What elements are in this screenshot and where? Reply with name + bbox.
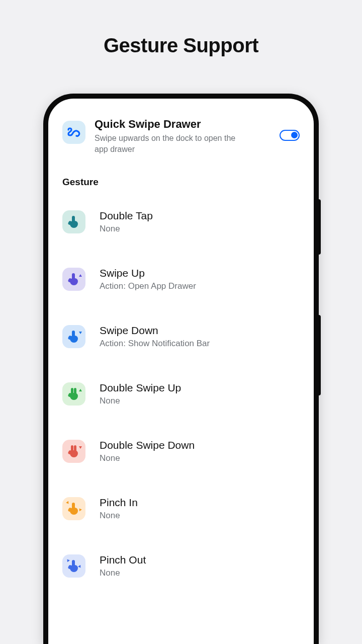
settings-screen: Quick Swipe Drawer Swipe upwards on the … xyxy=(48,99,314,578)
gesture-row-pinch-out[interactable]: Pinch Out None xyxy=(62,554,300,578)
gesture-title: Double Tap xyxy=(100,210,153,222)
pinch-out-icon xyxy=(62,554,85,578)
gesture-section-label: Gesture xyxy=(62,177,300,188)
phone-mockup: Quick Swipe Drawer Swipe upwards on the … xyxy=(43,94,319,644)
gesture-row-swipe-down[interactable]: Swipe Down Action: Show Notification Bar xyxy=(62,325,300,349)
quick-swipe-drawer-row[interactable]: Quick Swipe Drawer Swipe upwards on the … xyxy=(62,118,300,154)
swipe-up-icon xyxy=(62,268,85,291)
gesture-title: Double Swipe Up xyxy=(100,382,181,394)
gesture-list: Double Tap None Swipe Up Action: Open Ap… xyxy=(62,210,300,578)
gesture-row-double-swipe-up[interactable]: Double Swipe Up None xyxy=(62,382,300,406)
gesture-title: Double Swipe Down xyxy=(100,439,195,451)
page-title: Gesture Support xyxy=(0,34,362,57)
quick-swipe-subtitle: Swipe upwards on the dock to open the ap… xyxy=(95,133,245,154)
gesture-subtitle: None xyxy=(100,568,146,578)
gesture-subtitle: None xyxy=(100,453,195,463)
quick-swipe-toggle[interactable] xyxy=(280,130,300,141)
gesture-title: Swipe Down xyxy=(100,325,210,337)
squiggle-icon xyxy=(62,121,85,144)
gesture-title: Pinch In xyxy=(100,497,138,509)
gesture-row-pinch-in[interactable]: Pinch In None xyxy=(62,497,300,521)
gesture-title: Pinch Out xyxy=(100,554,146,566)
double-swipe-up-icon xyxy=(62,382,85,406)
double-swipe-down-icon xyxy=(62,440,85,463)
gesture-subtitle: None xyxy=(100,224,153,234)
gesture-subtitle: None xyxy=(100,396,181,406)
double-tap-icon xyxy=(62,210,85,233)
gesture-row-double-swipe-down[interactable]: Double Swipe Down None xyxy=(62,439,300,463)
gesture-title: Swipe Up xyxy=(100,267,196,279)
phone-frame: Quick Swipe Drawer Swipe upwards on the … xyxy=(43,94,319,644)
gesture-subtitle: Action: Open App Drawer xyxy=(100,281,196,291)
swipe-down-icon xyxy=(62,325,85,348)
gesture-row-swipe-up[interactable]: Swipe Up Action: Open App Drawer xyxy=(62,267,300,291)
quick-swipe-title: Quick Swipe Drawer xyxy=(95,118,270,131)
gesture-subtitle: Action: Show Notification Bar xyxy=(100,339,210,349)
gesture-row-double-tap[interactable]: Double Tap None xyxy=(62,210,300,234)
gesture-subtitle: None xyxy=(100,511,138,521)
pinch-in-icon xyxy=(62,497,85,520)
